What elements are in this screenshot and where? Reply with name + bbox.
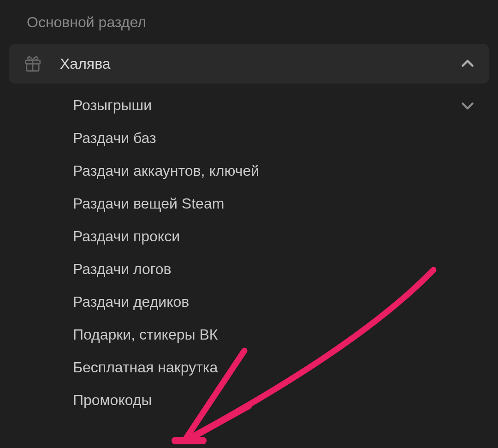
menu-item-db-distributions[interactable]: Раздачи баз bbox=[9, 122, 489, 155]
menu-item-vk-gifts[interactable]: Подарки, стикеры ВК bbox=[9, 318, 489, 351]
menu-item-promocodes[interactable]: Промокоды bbox=[9, 384, 489, 417]
chevron-up-icon bbox=[459, 55, 476, 72]
menu-item-logs[interactable]: Раздачи логов bbox=[9, 253, 489, 286]
menu-item-giveaways[interactable]: Розыгрыши bbox=[9, 89, 489, 122]
section-title: Основной раздел bbox=[9, 14, 489, 31]
menu-item-label: Бесплатная накрутка bbox=[73, 359, 476, 376]
menu-item-label: Раздачи логов bbox=[73, 261, 476, 278]
menu-item-steam-items[interactable]: Раздачи вещей Steam bbox=[9, 187, 489, 220]
gift-icon bbox=[23, 54, 42, 73]
menu-header-label: Халява bbox=[60, 55, 459, 72]
menu-item-free-boost[interactable]: Бесплатная накрутка bbox=[9, 351, 489, 384]
menu-item-label: Раздачи баз bbox=[73, 130, 476, 147]
menu-item-label: Раздачи вещей Steam bbox=[73, 195, 476, 212]
menu-item-label: Раздачи прокси bbox=[73, 228, 476, 245]
menu-item-accounts-keys[interactable]: Раздачи аккаунтов, ключей bbox=[9, 155, 489, 187]
menu-item-dedics[interactable]: Раздачи дедиков bbox=[9, 286, 489, 318]
menu-item-label: Раздачи аккаунтов, ключей bbox=[73, 162, 476, 179]
menu-item-label: Промокоды bbox=[73, 392, 476, 409]
menu-header-freebies[interactable]: Халява bbox=[9, 44, 489, 84]
menu-item-label: Подарки, стикеры ВК bbox=[73, 326, 476, 343]
menu-item-proxy[interactable]: Раздачи прокси bbox=[9, 220, 489, 253]
menu-item-label: Розыгрыши bbox=[73, 97, 459, 114]
menu-item-label: Раздачи дедиков bbox=[73, 293, 476, 311]
chevron-down-icon bbox=[459, 97, 476, 114]
